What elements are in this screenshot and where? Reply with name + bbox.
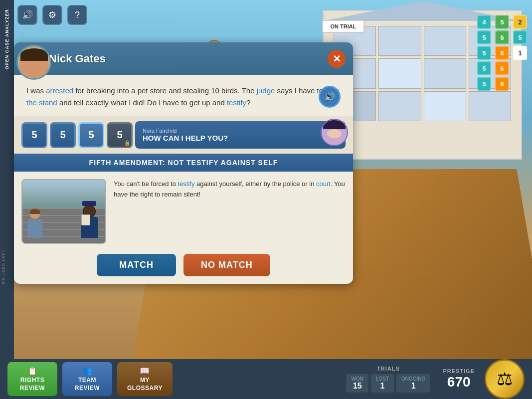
dialog-body: I was arrested for breaking into a pet s… <box>14 75 353 116</box>
ongoing-label: ONGOING <box>401 376 425 382</box>
close-button[interactable]: ✕ <box>328 50 346 68</box>
dialog-panel: Nick Gates ✕ I was arrested for breaking… <box>14 42 353 284</box>
dialog-text-part-3: says I have to <box>275 86 325 95</box>
dialog-sound-button[interactable]: 🔊 <box>319 86 341 108</box>
prestige-label: PRESTIGE <box>443 368 475 374</box>
dialog-header: Nick Gates ✕ <box>14 42 353 75</box>
on-trial-sign: ON TRIAL <box>322 20 365 33</box>
lost-label: LOST <box>376 376 389 382</box>
dialog-link-judge[interactable]: judge <box>257 86 275 95</box>
card-description: You can't be forced to testify against y… <box>114 179 346 200</box>
dialog-link-arrested[interactable]: arrested <box>46 86 73 95</box>
score-box: 6 <box>495 61 509 75</box>
nora-avatar <box>321 119 348 146</box>
score-tower-1: 4 5 5 5 5 <box>477 15 491 91</box>
no-match-button[interactable]: NO MATCH <box>183 254 270 276</box>
won-value: 15 <box>351 382 363 391</box>
action-buttons: MATCH NO MATCH <box>14 251 353 284</box>
score-box: 4 <box>477 15 491 29</box>
trials-stats-row: WON 15 LOST 1 ONGOING 1 <box>346 374 430 393</box>
score-towers: 4 5 5 5 5 5 6 6 6 6 2 5 1 <box>477 15 527 91</box>
desc-part-2: against yourself, either by the police o… <box>194 180 316 188</box>
dialog-text-part-4: and tell exactly what I did! Do I have t… <box>57 98 227 107</box>
trials-container: TRIALS WON 15 LOST 1 ONGOING 1 <box>346 366 430 393</box>
match-button[interactable]: MATCH <box>97 254 176 276</box>
lost-value: 1 <box>376 382 389 391</box>
dialog-text: I was arrested for breaking into a pet s… <box>26 85 341 109</box>
score-tower-3: 2 5 1 <box>513 15 527 91</box>
bottom-bar: 📋 RIGHTSREVIEW 👥 TEAMREVIEW 📖 MYGLOSSARY… <box>0 359 532 399</box>
left-sidebar: › OPEN CASE ANALYZER 8/8 USES LEFT <box>0 0 14 359</box>
team-review-icon: 👥 <box>72 366 102 376</box>
score-box: 5 <box>477 77 491 91</box>
dialog-text-part-5: ? <box>246 98 250 107</box>
sound-toolbar-button[interactable]: 🔊 <box>17 5 37 25</box>
ongoing-value: 1 <box>401 382 425 391</box>
nora-name: Nora Fairchild <box>143 128 228 134</box>
glossary-label: MYGLOSSARY <box>127 377 163 392</box>
score-box: 5 <box>477 46 491 60</box>
score-box: 2 <box>513 15 527 29</box>
justice-scales-icon: ⚖ <box>485 359 525 399</box>
dialog-text-part-1: I was <box>26 86 46 95</box>
won-label: WON <box>351 376 363 382</box>
score-box: 6 <box>495 46 509 60</box>
card-scene-image <box>21 179 106 244</box>
dialog-link-testify[interactable]: testify <box>227 98 246 107</box>
card-selector-row: 5 5 5 5 🔒 Nora Fairchild HOW CAN I HELP … <box>14 116 353 154</box>
trials-ongoing-box: ONGOING 1 <box>396 374 430 393</box>
prestige-section: PRESTIGE 670 <box>443 368 475 390</box>
trials-won-box: WON 15 <box>346 374 368 393</box>
desc-link-court[interactable]: court <box>316 180 331 188</box>
nora-question: HOW CAN I HELP YOU? <box>143 134 228 142</box>
dialog-text-part-2: for breaking into a pet store and steali… <box>73 86 256 95</box>
top-toolbar: 🔊 ⚙ ? <box>17 5 87 25</box>
character-avatar <box>16 45 51 80</box>
score-box: 5 <box>495 15 509 29</box>
score-box: 6 <box>495 77 509 91</box>
trials-header-label: TRIALS <box>377 366 400 372</box>
trials-lost-box: LOST 1 <box>371 374 394 393</box>
score-box: 5 <box>513 30 527 44</box>
sidebar-tab-label: OPEN CASE ANALYZER <box>3 5 10 73</box>
rights-review-label: RIGHTSREVIEW <box>17 377 47 392</box>
rights-review-tab[interactable]: 📋 RIGHTSREVIEW <box>7 362 57 396</box>
card-item-3[interactable]: 5 <box>78 122 104 148</box>
card-detail-section: You can't be forced to testify against y… <box>14 172 353 251</box>
glossary-icon: 📖 <box>127 366 163 376</box>
score-box: 6 <box>495 30 509 44</box>
card-item-1[interactable]: 5 <box>21 122 47 148</box>
lock-icon: 🔒 <box>124 140 130 146</box>
amendment-banner: FIFTH AMENDMENT: NOT TESTIFY AGAINST SEL… <box>14 154 353 172</box>
trials-section: TRIALS WON 15 LOST 1 ONGOING 1 <box>346 366 430 393</box>
prestige-value: 670 <box>447 374 471 390</box>
score-tower-2: 5 6 6 6 6 <box>495 15 509 91</box>
character-name: Nick Gates <box>49 52 106 65</box>
card-item-2[interactable]: 5 <box>50 122 76 148</box>
team-review-tab[interactable]: 👥 TEAMREVIEW <box>62 362 112 396</box>
settings-toolbar-button[interactable]: ⚙ <box>42 5 62 25</box>
score-box: 5 <box>477 30 491 44</box>
desc-part-1: You can't be forced to <box>114 180 177 188</box>
help-toolbar-button[interactable]: ? <box>67 5 87 25</box>
card-item-4-locked: 5 🔒 <box>107 122 133 148</box>
nora-help-section[interactable]: Nora Fairchild HOW CAN I HELP YOU? <box>135 121 346 149</box>
desc-link-testify[interactable]: testify <box>177 180 194 188</box>
score-box: 1 <box>513 46 527 60</box>
team-review-label: TEAMREVIEW <box>72 377 102 392</box>
my-glossary-tab[interactable]: 📖 MYGLOSSARY <box>117 362 173 396</box>
score-box: 5 <box>477 61 491 75</box>
rights-review-icon: 📋 <box>17 366 47 376</box>
uses-left-label: 8/8 USES LEFT <box>1 249 5 284</box>
nora-text-area: Nora Fairchild HOW CAN I HELP YOU? <box>143 128 228 142</box>
